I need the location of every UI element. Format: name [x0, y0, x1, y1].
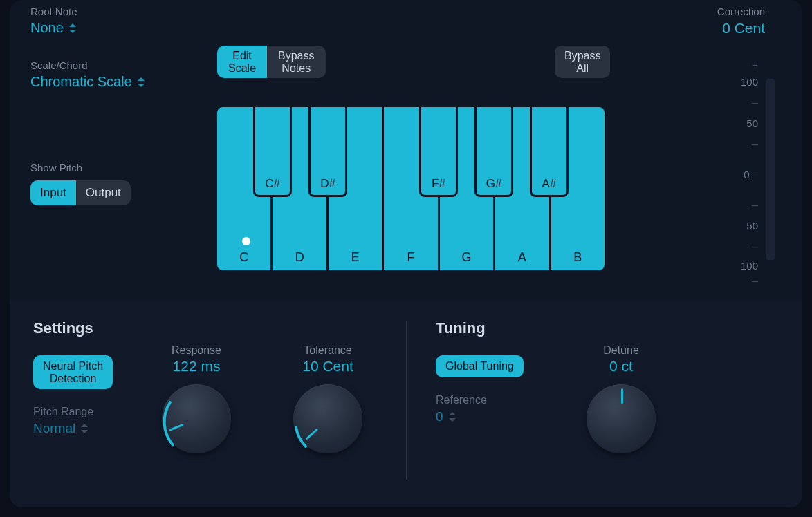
scale-chord-value: Chromatic Scale: [30, 74, 132, 90]
reference-value: 0: [436, 409, 443, 424]
settings-title: Settings: [33, 319, 376, 337]
updown-icon: [81, 424, 88, 433]
tolerance-label: Tolerance: [279, 344, 376, 357]
black-key-label: C#: [255, 177, 290, 191]
edit-scale-line2: Scale: [228, 62, 256, 74]
response-value: 122 ms: [148, 358, 245, 375]
detune-value: 0 ct: [573, 358, 670, 375]
correction-plus: +: [752, 59, 758, 72]
black-key-fsharp[interactable]: F#: [419, 107, 458, 197]
black-key-gsharp[interactable]: G#: [474, 107, 513, 197]
tolerance-value: 10 Cent: [279, 358, 376, 375]
white-key-label: E: [329, 250, 382, 265]
correction-bar: [766, 79, 775, 260]
black-key-label: D#: [311, 177, 345, 191]
tuning-title: Tuning: [436, 319, 779, 337]
updown-icon: [69, 24, 76, 33]
black-key-label: A#: [532, 177, 566, 191]
black-key-dsharp[interactable]: D#: [308, 107, 347, 197]
scale-chord-select[interactable]: Chromatic Scale: [30, 74, 162, 90]
correction-scale-50b: 50: [730, 220, 758, 232]
white-key-label: D: [273, 250, 326, 265]
detune-knob[interactable]: [587, 384, 656, 453]
correction-value: 0 Cent: [675, 20, 765, 37]
correction-minus: –: [752, 275, 758, 288]
bypass-all-line2: All: [576, 62, 589, 74]
bypass-notes-line1: Bypass: [278, 50, 314, 62]
black-key-csharp[interactable]: C#: [253, 107, 292, 197]
white-key-label: G: [440, 250, 493, 265]
white-key-label: A: [495, 250, 548, 265]
black-key-asharp[interactable]: A#: [530, 107, 569, 197]
root-note-select[interactable]: None: [30, 20, 162, 36]
show-pitch-label: Show Pitch: [30, 162, 162, 173]
black-key-label: F#: [421, 177, 456, 191]
white-key-label: F: [384, 250, 437, 265]
neural-line2: Detection: [50, 373, 97, 384]
tolerance-knob[interactable]: [293, 384, 362, 453]
input-pitch-dot: [242, 237, 250, 245]
correction-meter: + 100 – 50 – 0 – – 50 – 100 –: [710, 50, 775, 285]
bypass-notes-line2: Notes: [282, 62, 311, 74]
updown-icon: [449, 412, 456, 422]
response-label: Response: [148, 344, 245, 357]
correction-scale-0: 0 –: [730, 169, 758, 180]
response-knob[interactable]: [162, 384, 231, 453]
neural-pitch-detection-button[interactable]: Neural Pitch Detection: [33, 355, 113, 389]
root-note-value: None: [30, 20, 64, 36]
detune-label: Detune: [573, 344, 670, 357]
edit-scale-button[interactable]: Edit Scale: [217, 46, 267, 78]
white-key-label: C: [217, 250, 270, 265]
correction-scale-100a: 100: [730, 76, 758, 88]
global-tuning-button[interactable]: Global Tuning: [436, 355, 524, 377]
keyboard[interactable]: CDEFGAB C#D#F#G#A#: [217, 107, 605, 270]
scale-chord-label: Scale/Chord: [30, 59, 162, 71]
root-note-label: Root Note: [30, 6, 162, 17]
black-key-label: G#: [477, 177, 511, 191]
bypass-all-button[interactable]: Bypass All: [555, 46, 610, 78]
pitch-range-value: Normal: [33, 421, 75, 436]
correction-scale-50a: 50: [730, 118, 758, 129]
correction-scale-100b: 100: [730, 260, 758, 272]
show-pitch-output-button[interactable]: Output: [76, 180, 131, 205]
bypass-notes-button[interactable]: Bypass Notes: [267, 46, 325, 78]
edit-scale-line1: Edit: [232, 50, 252, 62]
neural-line1: Neural Pitch: [43, 360, 103, 372]
updown-icon: [138, 77, 145, 87]
bypass-all-line1: Bypass: [564, 50, 600, 62]
show-pitch-input-button[interactable]: Input: [30, 180, 76, 205]
correction-label: Correction: [675, 6, 765, 17]
white-key-label: B: [551, 250, 605, 265]
